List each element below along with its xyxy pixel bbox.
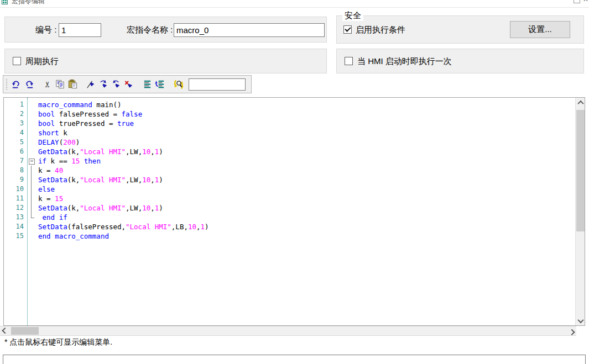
line-number: 10: [4, 184, 25, 194]
cut-icon: ✂: [43, 81, 51, 88]
chevron-up-icon: [577, 100, 583, 106]
paste-icon: [67, 79, 78, 89]
cut-button[interactable]: ✂: [41, 78, 54, 91]
chevron-down-icon: [577, 316, 583, 323]
code-text[interactable]: bool truePressed = true: [38, 119, 134, 128]
scroll-up-button[interactable]: [576, 98, 585, 107]
fold-margin: [27, 128, 38, 138]
code-line: 9SetData(k,"Local HMI",LW,10,1): [4, 175, 575, 184]
fold-toggle-icon[interactable]: [27, 156, 38, 166]
chevron-left-icon: [2, 327, 8, 333]
code-text[interactable]: SetData(falsePressed,"Local HMI",LB,10,1…: [38, 222, 209, 231]
macro-id-label: 编号 :: [35, 25, 56, 35]
code-lines[interactable]: 1macro_command main()2bool falsePressed …: [4, 100, 575, 241]
code-text[interactable]: short k: [38, 128, 67, 138]
line-number: 9: [4, 175, 25, 184]
line-number: 4: [4, 128, 25, 138]
line-number: 6: [4, 147, 25, 156]
code-text[interactable]: else: [38, 184, 55, 194]
search-input[interactable]: [189, 78, 246, 91]
settings-button[interactable]: 设置...: [510, 21, 570, 38]
previous-bookmark-icon: [111, 79, 122, 89]
fold-margin: [27, 175, 38, 184]
periodic-label: 周期执行: [25, 56, 59, 67]
comment-lines-icon: [142, 79, 153, 89]
editor-toolbar: ✂: [3, 75, 252, 93]
code-text[interactable]: bool falsePressed = false: [38, 109, 142, 119]
fold-margin: [27, 184, 38, 194]
previous-bookmark-button[interactable]: [110, 78, 123, 91]
enable-condition-label: 启用执行条件: [356, 25, 405, 35]
macro-code-editor[interactable]: 1macro_command main()2bool falsePressed …: [3, 97, 585, 326]
code-text[interactable]: if k == 15 then: [38, 156, 101, 166]
startup-checkbox[interactable]: [345, 57, 353, 65]
line-number: 1: [4, 100, 25, 109]
fold-margin: [27, 213, 38, 222]
code-line: 15end macro_command: [4, 231, 575, 241]
find-button[interactable]: [172, 78, 185, 91]
code-line: 6GetData(k,"Local HMI",LW,10,1): [4, 147, 575, 156]
macro-id-input[interactable]: [59, 23, 101, 37]
code-line: 8k = 40: [4, 166, 575, 175]
maximize-button[interactable]: [574, 0, 580, 3]
toolbar-gripper[interactable]: [6, 79, 7, 90]
periodic-checkbox[interactable]: [13, 57, 21, 65]
undo-button[interactable]: [10, 78, 23, 91]
fold-margin: [27, 203, 38, 213]
copy-button[interactable]: [54, 78, 66, 91]
vertical-scrollbar-thumb[interactable]: [576, 110, 585, 231]
fold-margin: [27, 138, 38, 147]
code-text[interactable]: k = 15: [38, 194, 63, 203]
code-line: 1macro_command main(): [4, 100, 575, 109]
close-button[interactable]: ✕: [583, 0, 588, 3]
fold-margin: [27, 231, 38, 241]
code-line: 13 end if: [4, 213, 575, 222]
scroll-left-button[interactable]: [0, 326, 9, 336]
chevron-right-icon: [569, 329, 575, 335]
code-text[interactable]: SetData(k,"Local HMI",LW,10,1): [38, 203, 163, 213]
macro-name-input[interactable]: [174, 23, 325, 37]
clear-all-bookmarks-button[interactable]: [123, 78, 135, 91]
periodic-panel: 周期执行: [4, 49, 327, 73]
startup-label: 当 HMI 启动时即执行一次: [357, 56, 452, 67]
fold-margin: [27, 194, 38, 203]
code-text[interactable]: DELAY(200): [38, 138, 80, 147]
horizontal-scrollbar-thumb[interactable]: [11, 327, 39, 335]
fold-margin: [27, 222, 38, 231]
title-bar: 宏指令编辑 ✕: [0, 0, 589, 8]
scroll-down-button[interactable]: [576, 316, 585, 325]
scroll-right-button[interactable]: [567, 326, 576, 336]
code-text[interactable]: end if: [38, 213, 67, 222]
startup-panel: 当 HMI 启动时即执行一次: [336, 49, 584, 73]
clear-all-bookmarks-icon: [124, 79, 134, 89]
message-output-box[interactable]: [3, 355, 586, 364]
uncomment-lines-button[interactable]: [154, 78, 166, 91]
code-text[interactable]: k = 40: [38, 166, 63, 175]
code-text[interactable]: SetData(k,"Local HMI",LW,10,1): [38, 175, 163, 184]
comment-lines-button[interactable]: [141, 78, 154, 91]
line-number: 11: [4, 194, 25, 203]
paste-button[interactable]: [66, 78, 79, 91]
fold-margin: [27, 147, 38, 156]
line-number: 13: [4, 213, 25, 222]
next-bookmark-button[interactable]: [97, 78, 110, 91]
code-text[interactable]: end macro_command: [38, 231, 109, 241]
basic-info-panel: 编号 : 宏指令名称 :: [4, 17, 327, 43]
status-hint: * 点击鼠标右键可显示编辑菜单.: [4, 337, 112, 347]
uncomment-lines-icon: [155, 79, 165, 89]
redo-button[interactable]: [23, 78, 35, 91]
vertical-scrollbar[interactable]: [575, 98, 585, 325]
horizontal-scrollbar[interactable]: [0, 326, 576, 336]
macro-name-label: 宏指令名称 :: [127, 25, 173, 35]
code-line: 5DELAY(200): [4, 138, 575, 147]
code-line: 3bool truePressed = true: [4, 119, 575, 128]
app-icon: [2, 0, 8, 4]
code-text[interactable]: GetData(k,"Local HMI",LW,10,1): [38, 147, 163, 156]
line-number: 8: [4, 166, 25, 175]
toggle-bookmark-button[interactable]: [85, 78, 97, 91]
line-number: 3: [4, 119, 25, 128]
find-icon: [173, 79, 184, 90]
code-text[interactable]: macro_command main(): [38, 100, 122, 109]
line-number: 7: [4, 156, 25, 166]
enable-condition-checkbox[interactable]: [343, 25, 352, 34]
